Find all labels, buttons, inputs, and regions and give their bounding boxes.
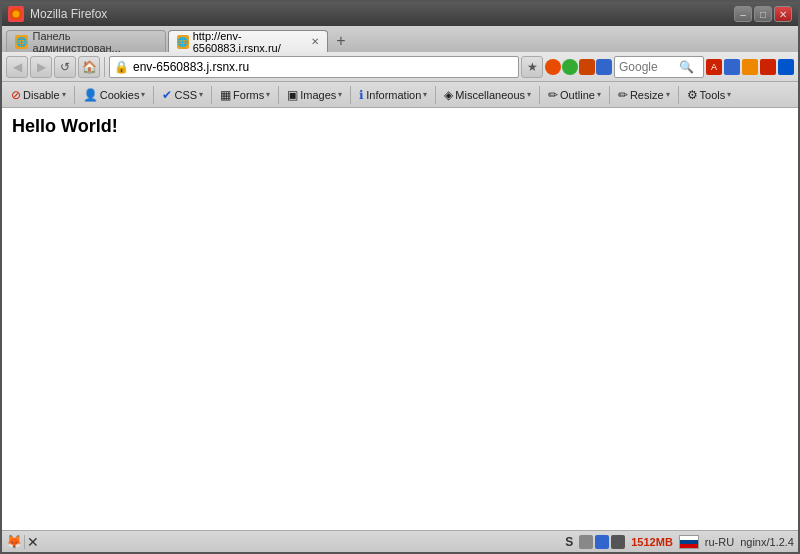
information-icon: ℹ xyxy=(359,88,364,102)
minimize-button[interactable]: – xyxy=(734,6,752,22)
resize-icon: ✏ xyxy=(618,88,628,102)
ext-icon-3 xyxy=(760,59,776,75)
cookies-button[interactable]: 👤 Cookies ▾ xyxy=(78,85,151,105)
orange-icon xyxy=(579,59,595,75)
tools-button[interactable]: ⚙ Tools ▾ xyxy=(682,85,737,105)
home-button[interactable]: 🏠 xyxy=(78,56,100,78)
tools-label: Tools xyxy=(700,89,726,101)
adblock-icon: A xyxy=(706,59,722,75)
images-button[interactable]: ▣ Images ▾ xyxy=(282,85,347,105)
search-input[interactable] xyxy=(619,60,679,74)
mem-icon-1 xyxy=(579,535,593,549)
tools-icon: ⚙ xyxy=(687,88,698,102)
browser-window: Mozilla Firefox – □ ✕ 🌐 Панель администр… xyxy=(0,0,800,554)
resize-label: Resize xyxy=(630,89,664,101)
status-memory: 1512MB xyxy=(631,536,673,548)
cookies-label: Cookies xyxy=(100,89,140,101)
forms-label: Forms xyxy=(233,89,264,101)
outline-button[interactable]: ✏ Outline ▾ xyxy=(543,85,606,105)
status-icons-left: 🦊 ✕ xyxy=(6,534,39,550)
status-locale: ru-RU xyxy=(705,536,734,548)
forms-dropdown-arrow: ▾ xyxy=(266,90,270,99)
dev-sep-7 xyxy=(539,86,540,104)
css-label: CSS xyxy=(174,89,197,101)
web-developer-toolbar: ⊘ Disable ▾ 👤 Cookies ▾ ✔ CSS ▾ ▦ Forms … xyxy=(2,82,798,108)
tab-env-label: http://env-6560883.j.rsnx.ru/ xyxy=(193,30,307,54)
forms-button[interactable]: ▦ Forms ▾ xyxy=(215,85,275,105)
disable-dropdown-arrow: ▾ xyxy=(62,90,66,99)
back-button[interactable]: ◀ xyxy=(6,56,28,78)
firefox-logo-icon xyxy=(545,59,561,75)
reload-button[interactable]: ↺ xyxy=(54,56,76,78)
green-icon xyxy=(562,59,578,75)
outline-label: Outline xyxy=(560,89,595,101)
security-icon: 🔒 xyxy=(114,60,129,74)
nav-separator-1 xyxy=(104,57,105,77)
information-button[interactable]: ℹ Information ▾ xyxy=(354,85,432,105)
disable-label: Disable xyxy=(23,89,60,101)
information-dropdown-arrow: ▾ xyxy=(423,90,427,99)
blue-icon xyxy=(596,59,612,75)
new-tab-button[interactable]: + xyxy=(330,32,352,50)
window-controls: – □ ✕ xyxy=(734,6,792,22)
css-button[interactable]: ✔ CSS ▾ xyxy=(157,85,208,105)
tools-dropdown-arrow: ▾ xyxy=(727,90,731,99)
page-content: Hello World! xyxy=(2,108,798,530)
information-label: Information xyxy=(366,89,421,101)
tab-admin-label: Панель администрован... xyxy=(32,30,157,54)
firefox-status-icon: 🦊 xyxy=(6,534,22,549)
miscellaneous-dropdown-arrow: ▾ xyxy=(527,90,531,99)
status-memory-icons xyxy=(579,535,625,549)
cookies-dropdown-arrow: ▾ xyxy=(141,90,145,99)
forms-icon: ▦ xyxy=(220,88,231,102)
status-bar: 🦊 ✕ S 1512MB ru-RU nginx/1.2.4 xyxy=(2,530,798,552)
svg-point-1 xyxy=(13,11,20,18)
tab-close-button[interactable]: ✕ xyxy=(311,36,319,47)
images-label: Images xyxy=(300,89,336,101)
tab-env[interactable]: 🌐 http://env-6560883.j.rsnx.ru/ ✕ xyxy=(168,30,328,52)
status-right: S 1512MB ru-RU nginx/1.2.4 xyxy=(565,535,794,549)
disable-icon: ⊘ xyxy=(11,88,21,102)
css-dropdown-arrow: ▾ xyxy=(199,90,203,99)
s-icon: S xyxy=(565,535,573,549)
close-button[interactable]: ✕ xyxy=(774,6,792,22)
mem-icon-2 xyxy=(595,535,609,549)
outline-dropdown-arrow: ▾ xyxy=(597,90,601,99)
disable-button[interactable]: ⊘ Disable ▾ xyxy=(6,85,71,105)
images-dropdown-arrow: ▾ xyxy=(338,90,342,99)
miscellaneous-label: Miscellaneous xyxy=(455,89,525,101)
right-icons-area: A xyxy=(706,59,794,75)
nav-icons-area xyxy=(545,59,612,75)
page-heading: Hello World! xyxy=(12,116,788,137)
status-server: nginx/1.2.4 xyxy=(740,536,794,548)
mem-icon-3 xyxy=(611,535,625,549)
address-bar[interactable]: 🔒 xyxy=(109,56,519,78)
ext-icon-4 xyxy=(778,59,794,75)
miscellaneous-button[interactable]: ◈ Miscellaneous ▾ xyxy=(439,85,536,105)
dev-sep-2 xyxy=(153,86,154,104)
css-icon: ✔ xyxy=(162,88,172,102)
resize-dropdown-arrow: ▾ xyxy=(666,90,670,99)
navbar: ◀ ▶ ↺ 🏠 🔒 ★ 🔍 A xyxy=(2,52,798,82)
firefox-icon xyxy=(8,6,24,22)
tab-bar: 🌐 Панель администрован... 🌐 http://env-6… xyxy=(2,26,798,52)
dev-sep-3 xyxy=(211,86,212,104)
images-icon: ▣ xyxy=(287,88,298,102)
dev-sep-6 xyxy=(435,86,436,104)
status-left: 🦊 ✕ xyxy=(6,534,39,550)
maximize-button[interactable]: □ xyxy=(754,6,772,22)
tab-admin[interactable]: 🌐 Панель администрован... xyxy=(6,30,166,52)
ext-icon-1 xyxy=(724,59,740,75)
address-input[interactable] xyxy=(133,60,514,74)
tab-admin-icon: 🌐 xyxy=(15,35,28,49)
bookmark-star-button[interactable]: ★ xyxy=(521,56,543,78)
miscellaneous-icon: ◈ xyxy=(444,88,453,102)
resize-button[interactable]: ✏ Resize ▾ xyxy=(613,85,675,105)
forward-button[interactable]: ▶ xyxy=(30,56,52,78)
search-icon[interactable]: 🔍 xyxy=(679,60,694,74)
tab-env-icon: 🌐 xyxy=(177,35,189,49)
dev-sep-8 xyxy=(609,86,610,104)
window-title: Mozilla Firefox xyxy=(30,7,728,21)
search-bar[interactable]: 🔍 xyxy=(614,56,704,78)
status-sep xyxy=(24,535,25,549)
